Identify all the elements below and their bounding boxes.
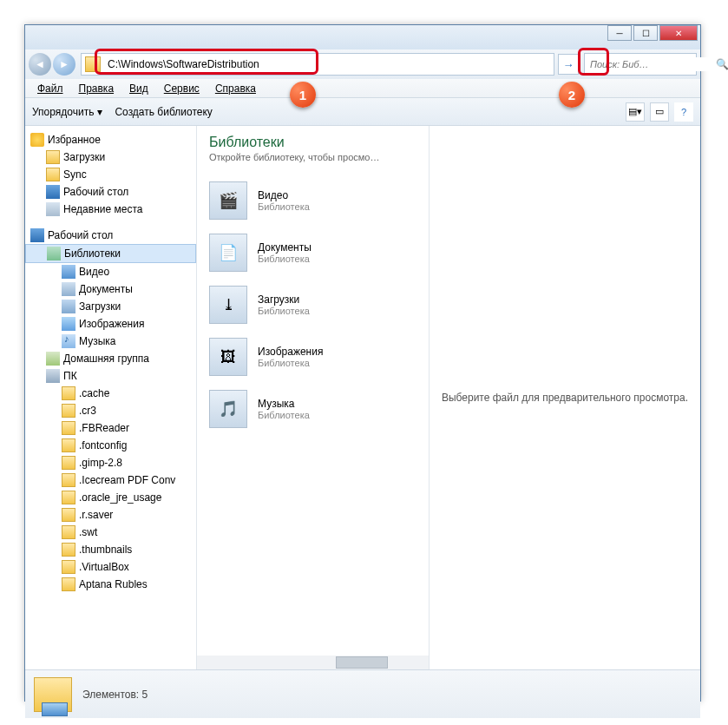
preview-pane: Выберите файл для предварительного просм… [430,126,700,669]
downloads-icon [62,300,75,313]
sidebar-item-desktop[interactable]: Рабочий стол [25,183,196,201]
library-item[interactable]: 🖼ИзображенияБиблиотека [206,331,420,383]
content-pane: Библиотеки Откройте библиотеку, чтобы пр… [197,126,430,669]
sidebar-item-folder[interactable]: .cr3 [25,402,196,419]
sidebar-item-sync[interactable]: Sync [25,166,196,183]
go-button[interactable]: → [558,54,579,75]
folder-icon [62,543,75,557]
library-item[interactable]: 🎵МузыкаБиблиотека [206,383,420,435]
sidebar-item-downloads2[interactable]: Загрузки [25,298,196,315]
toolbar: Упорядочить ▾ Создать библиотеку ▤▾ ▭ ? [25,98,700,126]
search-input[interactable] [585,57,716,71]
document-icon [62,282,75,296]
library-item[interactable]: 🎬ВидеоБиблиотека [206,175,420,227]
menu-file[interactable]: Файл [30,81,70,96]
sidebar-item-folder[interactable]: .thumbnails [25,541,196,558]
library-name: Загрузки [258,293,310,306]
sidebar-item-folder[interactable]: .Icecream PDF Conv [25,471,196,489]
minimize-button[interactable]: ─ [607,25,632,41]
library-item[interactable]: ⤓ЗагрузкиБиблиотека [206,279,420,331]
sidebar-pc[interactable]: ПК [25,367,196,385]
preview-pane-button[interactable]: ▭ [650,102,669,122]
folder-icon [62,525,75,539]
menu-edit[interactable]: Правка [72,81,121,96]
view-mode-button[interactable]: ▤▾ [626,102,645,122]
sidebar-item-images[interactable]: Изображения [25,315,196,333]
video-icon [62,265,75,279]
sidebar-desktop-root[interactable]: Рабочий стол [25,227,196,244]
sidebar-item-folder[interactable]: .gimp-2.8 [25,454,196,471]
sidebar-item-music[interactable]: Музыка [25,333,196,350]
close-button[interactable]: ✕ [659,25,698,41]
search-box[interactable]: 🔍 [584,53,697,76]
menu-bar: Файл Правка Вид Сервис Справка [25,79,700,98]
folder-icon [46,150,60,164]
navigation-row: ◄ ► → 🔍 [25,49,700,79]
sidebar-item-documents[interactable]: Документы [25,280,196,298]
sidebar-item-downloads[interactable]: Загрузки [25,148,196,166]
folder-icon [62,421,75,435]
library-icon: 🎬 [209,181,247,220]
folder-icon [62,438,75,452]
sidebar-favorites[interactable]: Избранное [25,131,196,148]
library-name: Изображения [258,346,323,358]
search-icon: 🔍 [716,58,728,70]
folder-icon [62,508,75,522]
folder-icon [62,473,75,487]
folder-icon [46,168,60,181]
sidebar-item-video[interactable]: Видео [25,263,196,280]
folder-icon [85,56,101,72]
menu-view[interactable]: Вид [122,81,155,96]
library-name: Видео [258,189,310,201]
organize-button[interactable]: Упорядочить ▾ [32,106,102,118]
menu-tools[interactable]: Сервис [157,81,207,96]
homegroup-icon [46,352,60,366]
library-type: Библиотека [258,410,310,420]
maximize-button[interactable]: ☐ [633,25,658,41]
library-name: Музыка [258,398,310,410]
preview-empty-text: Выберите файл для предварительного просм… [442,392,688,404]
address-input[interactable] [104,56,554,72]
back-button[interactable]: ◄ [29,53,51,76]
content-title: Библиотеки [209,135,416,150]
new-library-button[interactable]: Создать библиотеку [115,106,212,118]
sidebar-libraries[interactable]: Библиотеки [25,244,196,263]
folder-icon [62,456,75,470]
library-type: Библиотека [258,306,310,316]
recent-icon [46,202,60,216]
status-folder-icon [34,677,72,712]
library-icon: 📄 [209,234,247,272]
library-type: Библиотека [258,201,310,212]
music-icon [62,334,75,348]
pc-icon [46,369,60,383]
library-type: Библиотека [258,358,323,368]
library-item[interactable]: 📄ДокументыБиблиотека [206,227,420,279]
menu-help[interactable]: Справка [208,81,263,96]
status-text: Элементов: 5 [82,689,148,701]
folder-icon [62,386,75,400]
address-bar[interactable] [81,53,554,76]
help-button[interactable]: ? [674,102,693,122]
desktop-icon [30,228,44,242]
content-subtitle: Откройте библиотеку, чтобы просмо… [209,152,416,162]
sidebar-homegroup[interactable]: Домашняя группа [25,350,196,367]
forward-button[interactable]: ► [53,53,75,76]
library-type: Библиотека [258,254,312,264]
sidebar-item-folder[interactable]: .swt [25,524,196,541]
folder-icon [62,577,75,591]
folder-icon [62,491,75,504]
sidebar-item-folder[interactable]: .fontconfig [25,437,196,454]
sidebar-item-folder[interactable]: .VirtualBox [25,558,196,576]
horizontal-scrollbar[interactable] [197,656,429,669]
library-icon: 🖼 [209,338,247,376]
folder-icon [62,404,75,418]
sidebar-item-recent[interactable]: Недавние места [25,201,196,218]
sidebar-item-folder[interactable]: Aptana Rubles [25,576,196,593]
sidebar-item-folder[interactable]: .oracle_jre_usage [25,489,196,506]
sidebar-item-folder[interactable]: .r.saver [25,506,196,524]
navigation-pane[interactable]: Избранное Загрузки Sync Рабочий стол Нед… [25,126,197,669]
sidebar-item-folder[interactable]: .cache [25,385,196,402]
library-icon: 🎵 [209,390,247,428]
images-icon [62,317,75,331]
sidebar-item-folder[interactable]: .FBReader [25,419,196,437]
